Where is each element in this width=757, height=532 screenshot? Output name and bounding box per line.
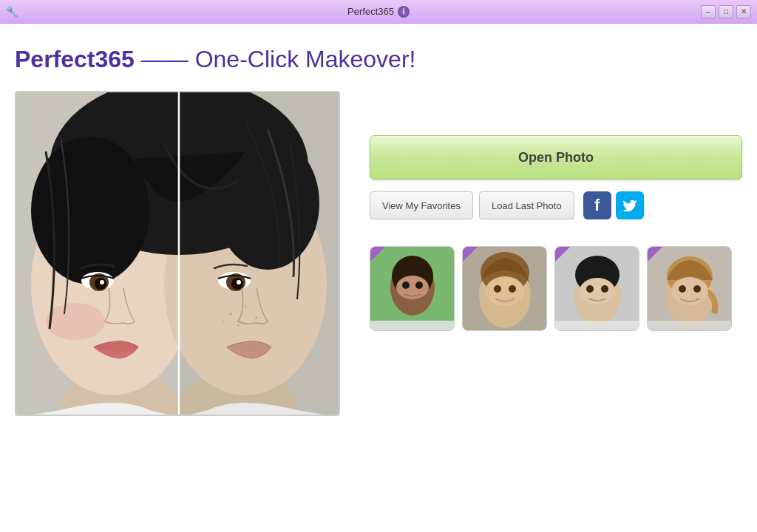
settings-icon[interactable]: 🔧 [6,6,18,18]
svg-point-24 [237,324,240,327]
bookmark-corner-3 [555,247,570,262]
bookmark-corner-4 [648,247,662,262]
social-icons: f [583,191,644,219]
svg-rect-31 [370,321,455,331]
sample-photos-row [370,246,742,331]
settings-area: 🔧 [6,6,18,18]
bookmark-corner-2 [463,247,478,262]
svg-point-23 [223,321,225,323]
secondary-buttons-row: View My Favorites Load Last Photo f [370,191,742,219]
maximize-button[interactable]: □ [719,5,733,18]
svg-point-18 [237,280,241,284]
svg-point-29 [402,282,410,289]
preview-image [16,92,340,416]
svg-point-45 [601,285,608,293]
tagline: —— One-Click Makeover! [141,46,416,72]
svg-point-44 [586,285,594,293]
titlebar: 🔧 Perfect365 i – □ ✕ [0,0,757,24]
svg-rect-53 [648,321,732,331]
before-after-container [15,91,340,416]
close-button[interactable]: ✕ [736,5,751,18]
sample-photo-2[interactable] [462,246,547,331]
svg-point-21 [245,306,247,308]
svg-point-30 [415,282,423,289]
sample-photo-4[interactable] [647,246,732,331]
svg-point-28 [396,276,429,299]
titlebar-title: Perfect365 i [347,6,410,18]
content-area: Open Photo View My Favorites Load Last P… [15,91,742,416]
svg-rect-46 [555,321,639,331]
open-photo-button[interactable]: Open Photo [370,135,742,180]
view-favorites-button[interactable]: View My Favorites [370,191,473,219]
right-panel: Open Photo View My Favorites Load Last P… [370,91,742,331]
window-controls: – □ ✕ [701,5,751,18]
facebook-button[interactable]: f [583,191,611,219]
titlebar-text: Perfect365 [347,6,394,17]
info-icon[interactable]: i [398,6,410,18]
load-last-photo-button[interactable]: Load Last Photo [479,191,574,219]
svg-point-9 [31,137,149,284]
twitter-icon [622,197,638,214]
brand-name: Perfect365 [15,46,135,72]
svg-point-20 [229,313,232,316]
main-content: Perfect365 —— One-Click Makeover! [0,24,757,431]
sample-photo-1[interactable] [370,246,455,331]
svg-point-6 [46,303,105,340]
svg-point-14 [100,280,104,284]
svg-point-22 [255,316,258,319]
sample-photo-3[interactable] [554,246,639,331]
twitter-button[interactable] [616,191,644,219]
app-title-area: Perfect365 —— One-Click Makeover! [15,46,742,73]
bookmark-corner-1 [370,247,385,262]
svg-point-52 [693,285,701,293]
svg-point-37 [509,285,516,293]
minimize-button[interactable]: – [701,5,716,18]
svg-point-51 [679,285,686,293]
svg-point-36 [494,285,501,293]
